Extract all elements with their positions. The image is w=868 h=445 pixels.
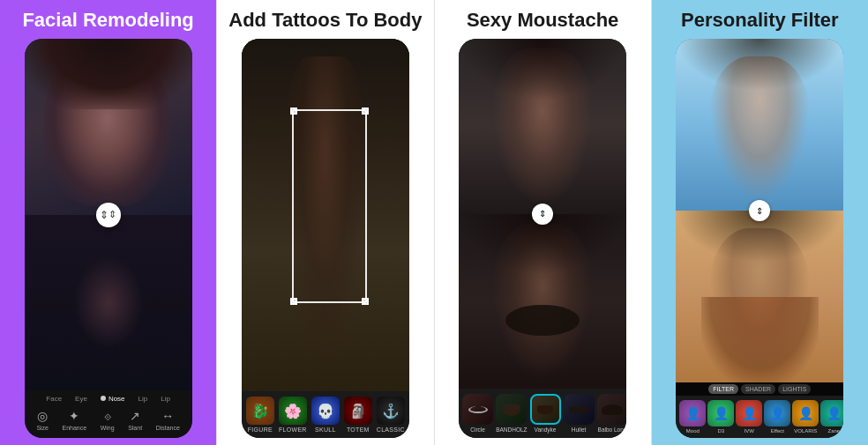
tattoo-option-skull[interactable]: 💀 SKULL <box>311 397 340 433</box>
filter-tab-shader[interactable]: SHADER <box>741 384 775 394</box>
filter-tab-lightis[interactable]: LIGHTIS <box>778 384 811 394</box>
moustache-thumb-vandyke <box>530 394 561 425</box>
personality-option-volaris[interactable]: 👤 VOLARIS <box>792 400 819 434</box>
personality-filter-panel: Personality Filter <box>651 0 868 445</box>
nav-items: Face Eye Nose Lip Lip <box>28 395 189 403</box>
nav-nose[interactable]: Nose <box>101 395 125 403</box>
personality-option-effect[interactable]: 👤 Effect <box>764 400 790 434</box>
corner-handle-tl[interactable] <box>290 108 297 115</box>
face-after <box>25 215 192 390</box>
face-after-image <box>25 215 192 390</box>
tool-wing-label: Wing <box>101 425 115 431</box>
phone-3: ⇕ Circle B <box>459 39 626 438</box>
phone-4: ⇕ FILTER SHADER LIGHTIS 👤 Mood 👤 <box>676 39 843 438</box>
personality-split-handle[interactable]: ⇕ <box>749 200 770 221</box>
moustache-image-area: ⇕ <box>459 39 626 389</box>
facial-remodeling-panel: Facial Remodeling ⇕ Face Eye <box>0 0 216 445</box>
tattoo-thumb-skull: 💀 <box>311 397 340 425</box>
tool-size-label: Size <box>36 425 49 431</box>
nav-eye[interactable]: Eye <box>75 395 87 403</box>
tattoo-option-figure[interactable]: 🐉 FIGURE <box>246 397 274 433</box>
personality-label-effect: Effect <box>771 428 784 434</box>
personality-option-d3[interactable]: 👤 D3 <box>707 400 734 434</box>
moustache-label-balbo: Balbo Long <box>598 426 627 433</box>
tool-wing[interactable]: ⟐ Wing <box>101 409 115 431</box>
personality-after <box>676 211 843 382</box>
wing-icon: ⟐ <box>104 409 111 423</box>
split-handle[interactable]: ⇕ <box>96 203 121 227</box>
moustache-thumb-hullet <box>564 394 595 425</box>
moustache-options-strip: Circle BANDHOLZ Va <box>459 389 626 438</box>
moustache-thumb-balbo <box>597 394 627 425</box>
tattoo-thumb-totem: 🗿 <box>344 397 372 425</box>
tool-size[interactable]: ◎ Size <box>36 409 49 431</box>
panel-2-title: Add Tattoos To Body <box>228 9 422 32</box>
moustache-label-vandyke: Vandyke <box>535 426 557 433</box>
tattoo-options-list: 🐉 FIGURE 🌸 FLOWER 💀 SKULL <box>245 397 406 433</box>
enhance-icon: ✦ <box>69 409 79 423</box>
moustache-split-handle[interactable]: ⇕ <box>532 204 553 225</box>
panel-3-title: Sexy Moustache <box>467 9 618 32</box>
personality-label-mood: Mood <box>686 428 700 434</box>
personality-thumb-effect: 👤 <box>764 400 790 426</box>
corner-handle-tr[interactable] <box>362 108 369 115</box>
tattoo-label-figure: FIGURE <box>248 426 273 433</box>
face-before <box>25 39 192 214</box>
distance-icon: ↔ <box>161 409 174 423</box>
tattoo-thumb-classic: ⚓ <box>377 397 405 425</box>
filter-tab-filter[interactable]: FILTER <box>708 384 738 394</box>
moustache-label-bandholz: BANDHOLZ <box>496 426 527 433</box>
corner-handle-bl[interactable] <box>290 298 297 305</box>
tattoo-image-area <box>242 39 409 391</box>
tattoo-thumb-figure: 🐉 <box>246 397 274 425</box>
face-before-image <box>25 39 192 214</box>
moustache-option-hullet[interactable]: Hullet <box>564 394 595 433</box>
tool-slant-label: Slant <box>128 425 142 431</box>
personality-thumb-d3: 👤 <box>707 400 734 426</box>
corner-handle-br[interactable] <box>362 298 369 305</box>
personality-thumb-ivw: 👤 <box>736 400 762 426</box>
nav-lip[interactable]: Lip <box>138 395 148 403</box>
tattoo-option-totem[interactable]: 🗿 TOTEM <box>344 397 372 433</box>
size-icon: ◎ <box>37 409 48 423</box>
personality-options-list: 👤 Mood 👤 D3 👤 IVW <box>679 400 840 434</box>
personality-before <box>676 39 843 211</box>
phone-2: 🐉 FIGURE 🌸 FLOWER 💀 SKULL <box>242 39 409 438</box>
tattoo-option-classic[interactable]: ⚓ CLASSIC <box>377 397 405 433</box>
tattoo-label-flower: FLOWER <box>279 426 307 433</box>
personality-label-volaris: VOLARIS <box>794 428 817 434</box>
personality-label-zane: Zane <box>828 428 841 434</box>
personality-option-zane[interactable]: 👤 Zane <box>820 400 843 434</box>
personality-option-ivw[interactable]: 👤 IVW <box>736 400 762 434</box>
nav-lip2[interactable]: Lip <box>161 395 170 403</box>
moustache-before <box>459 39 626 213</box>
tattoo-label-totem: TOTEM <box>347 426 370 433</box>
personality-image-area: ⇕ <box>676 39 843 382</box>
tool-enhance-label: Enhance <box>63 425 87 431</box>
tattoo-thumb-flower: 🌸 <box>279 397 307 425</box>
tool-distance[interactable]: ↔ Distance <box>156 409 180 431</box>
personality-thumb-mood: 👤 <box>679 400 706 426</box>
moustache-option-bandholz[interactable]: BANDHOLZ <box>496 394 527 433</box>
moustache-options-list: Circle BANDHOLZ Va <box>462 394 623 433</box>
tattoo-selection-box[interactable] <box>292 109 368 303</box>
personality-options-strip: 👤 Mood 👤 D3 👤 IVW <box>676 396 843 438</box>
personality-option-mood[interactable]: 👤 Mood <box>679 400 706 434</box>
moustache-option-circle[interactable]: Circle <box>462 394 493 433</box>
personality-thumb-volaris: 👤 <box>792 400 819 426</box>
nav-face[interactable]: Face <box>46 395 62 403</box>
tool-enhance[interactable]: ✦ Enhance <box>63 409 87 431</box>
tattoo-option-flower[interactable]: 🌸 FLOWER <box>279 397 307 433</box>
tool-bar: ◎ Size ✦ Enhance ⟐ Wing ↗ Slant ↔ Dist <box>28 406 189 434</box>
personality-label-d3: D3 <box>718 428 725 434</box>
moustache-after <box>459 214 626 389</box>
face-controls: Face Eye Nose Lip Lip ◎ Size ✦ Enhance <box>25 390 192 438</box>
moustache-option-vandyke[interactable]: Vandyke <box>530 394 561 433</box>
moustache-option-balbo[interactable]: Balbo Long <box>597 394 627 433</box>
tool-slant[interactable]: ↗ Slant <box>128 409 142 431</box>
tool-distance-label: Distance <box>156 425 180 431</box>
sexy-moustache-panel: Sexy Moustache ⇕ <box>434 0 651 445</box>
tattoo-label-classic: CLASSIC <box>377 426 405 433</box>
slant-icon: ↗ <box>130 409 140 423</box>
split-arrows-icon: ⇕ <box>108 209 116 220</box>
